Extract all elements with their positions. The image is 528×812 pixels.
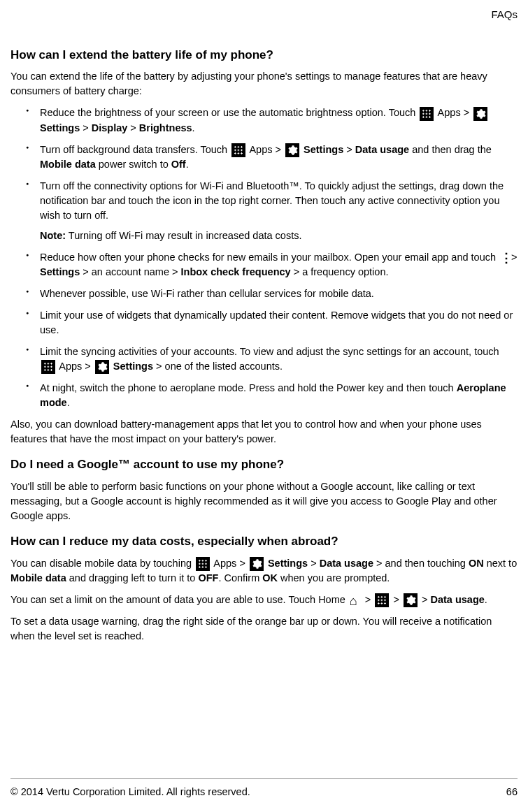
list-item: Turn off the connectivity options for Wi…	[40, 179, 518, 243]
settings-icon	[404, 593, 418, 607]
settings-icon	[473, 107, 487, 121]
copyright: © 2014 Vertu Corporation Limited. All ri…	[10, 785, 250, 799]
apps-icon	[375, 593, 389, 607]
p-data-disable: You can disable mobile data by touching …	[10, 556, 518, 586]
page-footer: © 2014 Vertu Corporation Limited. All ri…	[10, 778, 518, 799]
battery-tips-list: Reduce the brightness of your screen or …	[10, 106, 518, 410]
list-item: Limit your use of widgets that dynamical…	[40, 308, 518, 338]
outro-battery: Also, you can download battery-managemen…	[10, 417, 518, 447]
list-item: Limit the syncing activities of your acc…	[40, 345, 518, 374]
heading-google: Do I need a Google™ account to use my ph…	[10, 456, 518, 474]
page-header: FAQs	[10, 7, 518, 22]
overflow-menu-icon	[500, 251, 507, 265]
body-google: You'll still be able to perform basic fu…	[10, 479, 518, 523]
list-item: Whenever possible, use Wi-Fi rather than…	[40, 287, 518, 301]
list-item: Turn off background data transfers. Touc…	[40, 143, 518, 172]
apps-icon	[231, 143, 245, 157]
list-item: At night, switch the phone to aeroplane …	[40, 381, 518, 410]
p-data-limit: You can set a limit on the amount of dat…	[10, 593, 518, 607]
home-icon	[350, 593, 361, 607]
page-number: 66	[506, 785, 518, 799]
p-data-warning: To set a data usage warning, drag the ri…	[10, 614, 518, 644]
settings-icon	[95, 360, 109, 374]
intro-battery: You can extend the life of the battery b…	[10, 69, 518, 99]
apps-icon	[41, 360, 55, 374]
list-item: Reduce how often your phone checks for n…	[40, 250, 518, 280]
list-item: Reduce the brightness of your screen or …	[40, 106, 518, 135]
heading-battery: How can I extend the battery life of my …	[10, 47, 518, 64]
apps-icon	[420, 107, 434, 121]
settings-icon	[285, 143, 299, 157]
settings-icon	[250, 557, 264, 571]
note: Note: Turning off Wi-Fi may result in in…	[40, 229, 518, 243]
heading-data-costs: How can I reduce my data costs, especial…	[10, 533, 518, 551]
apps-icon	[196, 557, 210, 571]
